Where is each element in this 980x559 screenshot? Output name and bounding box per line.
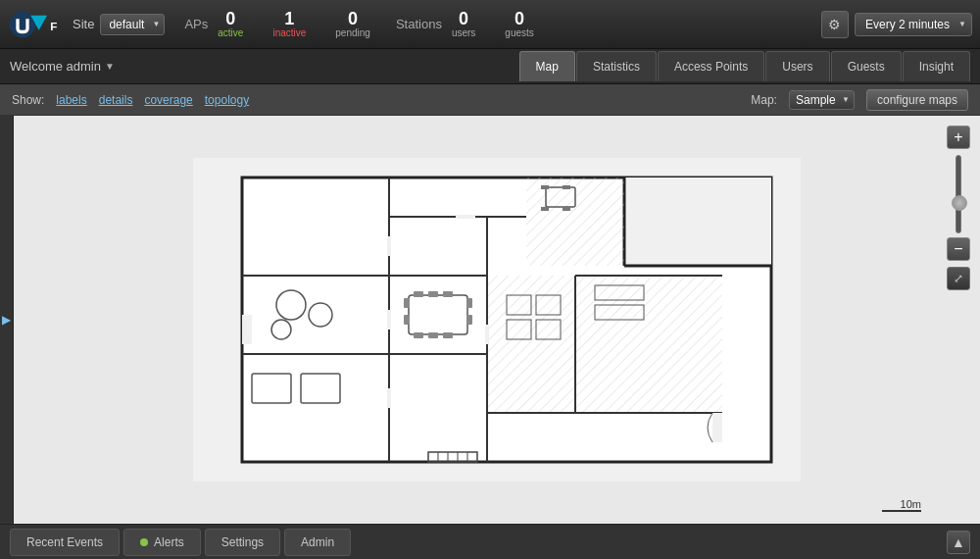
stations-label: Stations (396, 17, 442, 31)
zoom-in-button[interactable]: + (947, 126, 970, 149)
svg-rect-37 (414, 332, 423, 338)
bottom-panel-toggle[interactable]: ▲ (947, 531, 970, 554)
aps-inactive-count: 1 (284, 10, 294, 27)
map-area[interactable]: 10m + − ⤢ (14, 116, 980, 524)
aps-pending-label: pending (335, 27, 370, 38)
zoom-out-button[interactable]: − (947, 237, 970, 261)
tab-map[interactable]: Map (519, 51, 575, 81)
tab-guests[interactable]: Guests (831, 51, 902, 81)
svg-text:Fi: Fi (50, 19, 57, 31)
zoom-controls: + − ⤢ (947, 126, 970, 290)
svg-rect-39 (443, 332, 453, 338)
stations-guests-stat: 0 guests (505, 10, 533, 38)
aps-active-count: 0 (225, 10, 235, 27)
show-label: Show: (12, 93, 44, 107)
welcome-message: Welcome admin ▼ (10, 59, 518, 74)
stations-users-label: users (452, 27, 475, 38)
toggle-arrow-icon: ▶ (2, 313, 11, 327)
zoom-slider-thumb[interactable] (952, 195, 967, 211)
aps-active-label: active (218, 27, 243, 38)
stations-stats: 0 users 0 guests (452, 10, 552, 38)
map-scale: 10m (882, 498, 921, 512)
stations-guests-count: 0 (514, 10, 524, 27)
svg-rect-38 (428, 332, 438, 338)
show-coverage-option[interactable]: coverage (144, 93, 192, 107)
svg-rect-8 (487, 276, 722, 413)
tab-access-points[interactable]: Access Points (658, 51, 764, 81)
main-content: ▶ (0, 116, 980, 524)
logo: Fi (8, 7, 57, 42)
show-topology-option[interactable]: topology (205, 93, 249, 107)
welcome-dropdown-arrow[interactable]: ▼ (105, 61, 115, 72)
scale-bar (882, 510, 921, 512)
svg-rect-21 (456, 215, 475, 219)
svg-rect-20 (387, 236, 391, 256)
navbar: Welcome admin ▼ Map Statistics Access Po… (0, 49, 980, 84)
main-tabs: Map Statistics Access Points Users Guest… (518, 51, 970, 81)
svg-rect-35 (428, 291, 438, 297)
svg-rect-24 (485, 325, 489, 344)
floorplan-svg (193, 158, 801, 482)
svg-rect-43 (466, 315, 472, 325)
svg-point-0 (10, 11, 36, 37)
admin-tab[interactable]: Admin (284, 529, 351, 556)
stations-users-stat: 0 users (452, 10, 475, 38)
svg-rect-28 (541, 207, 549, 211)
svg-rect-22 (387, 310, 391, 330)
settings-tab[interactable]: Settings (205, 529, 280, 556)
tab-statistics[interactable]: Statistics (576, 51, 657, 81)
svg-rect-23 (387, 388, 391, 408)
alert-indicator (140, 538, 148, 546)
aps-pending-stat: 0 pending (335, 10, 370, 38)
aps-inactive-label: inactive (272, 27, 306, 38)
aps-pending-count: 0 (348, 10, 358, 27)
aps-label: APs (184, 17, 208, 31)
svg-rect-5 (624, 178, 771, 266)
stations-guests-label: guests (505, 27, 533, 38)
svg-rect-57 (712, 413, 722, 442)
left-panel-toggle[interactable]: ▶ (0, 116, 14, 524)
stations-users-count: 0 (459, 10, 468, 27)
bottom-bar: Recent Events Alerts Settings Admin ▲ (0, 524, 980, 559)
svg-rect-42 (466, 298, 472, 308)
zoom-reset-button[interactable]: ⤢ (947, 267, 970, 290)
aps-stats: 0 active 1 inactive 0 pending (218, 10, 388, 38)
aps-active-stat: 0 active (218, 10, 243, 38)
site-label: Site (73, 17, 94, 31)
svg-rect-40 (404, 298, 410, 308)
site-selector[interactable]: Site default (73, 14, 165, 35)
alerts-label: Alerts (154, 535, 184, 549)
show-labels-option[interactable]: labels (56, 93, 86, 107)
recent-events-tab[interactable]: Recent Events (10, 529, 120, 556)
map-select-wrapper[interactable]: Sample Floor 1 Floor 2 (789, 90, 855, 110)
svg-rect-26 (541, 185, 549, 189)
site-dropdown[interactable]: default (100, 14, 165, 35)
svg-rect-58 (242, 315, 252, 344)
svg-rect-34 (414, 291, 423, 297)
welcome-text: Welcome admin (10, 59, 101, 74)
configure-maps-button[interactable]: configure maps (866, 89, 968, 111)
svg-rect-27 (563, 185, 570, 189)
refresh-dropdown-wrapper[interactable]: Every 2 minutes (855, 13, 972, 36)
tab-insight[interactable]: Insight (903, 51, 970, 81)
gear-button[interactable]: ⚙ (821, 11, 849, 38)
aps-inactive-stat: 1 inactive (272, 10, 306, 38)
scale-label: 10m (901, 498, 921, 510)
svg-rect-29 (563, 207, 570, 211)
header-right: ⚙ Every 2 minutes (821, 11, 972, 38)
site-dropdown-wrapper[interactable]: default (100, 14, 165, 35)
header: Fi Site default APs 0 active 1 inactive … (0, 0, 980, 49)
svg-rect-41 (404, 315, 410, 325)
zoom-slider-track[interactable] (956, 155, 961, 233)
aps-section: APs 0 active 1 inactive 0 pending (184, 10, 387, 38)
tab-users[interactable]: Users (765, 51, 829, 81)
show-details-option[interactable]: details (99, 93, 133, 107)
alerts-tab[interactable]: Alerts (123, 529, 201, 556)
map-select[interactable]: Sample Floor 1 Floor 2 (789, 90, 855, 110)
map-label: Map: (751, 93, 777, 107)
svg-rect-36 (443, 291, 453, 297)
map-toolbar: Show: labels details coverage topology M… (0, 84, 980, 116)
refresh-dropdown[interactable]: Every 2 minutes (855, 13, 972, 36)
stations-section: Stations 0 users 0 guests (396, 10, 552, 38)
